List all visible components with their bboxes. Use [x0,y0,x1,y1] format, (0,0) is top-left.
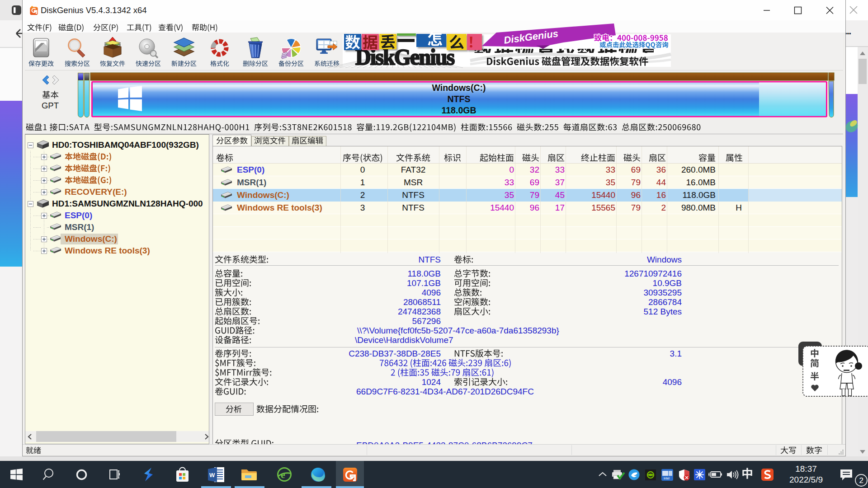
svg-text:intel: intel [664,477,670,480]
svg-text:2: 2 [859,476,863,485]
svg-text:W: W [209,472,215,479]
